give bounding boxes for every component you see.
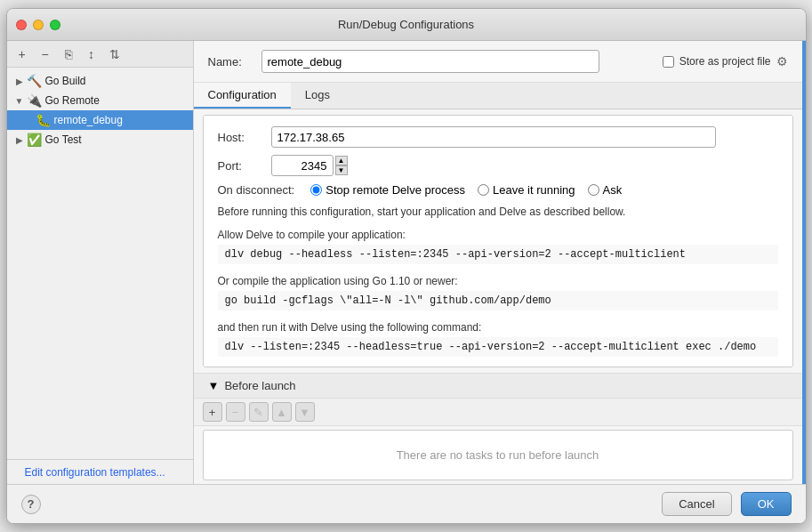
tab-configuration[interactable]: Configuration — [194, 83, 291, 109]
store-project-label: Store as project file — [679, 55, 771, 68]
bl-edit-button[interactable]: ✎ — [249, 402, 269, 422]
close-button[interactable] — [16, 20, 27, 30]
go-build-label: Go Build — [45, 75, 86, 87]
add-config-button[interactable]: + — [12, 44, 32, 64]
tab-logs[interactable]: Logs — [291, 83, 344, 109]
help-button[interactable]: ? — [21, 495, 41, 514]
section3-header: and then run it with Delve using the fol… — [218, 321, 778, 334]
remove-config-button[interactable]: − — [36, 44, 55, 64]
disconnect-ask-option[interactable]: Ask — [588, 183, 623, 197]
name-row: Name: Store as project file ⚙ — [194, 41, 802, 83]
section3-code: dlv --listen=:2345 --headless=true --api… — [218, 337, 778, 357]
config-inner: Host: Port: ▲ ▼ — [204, 116, 792, 367]
before-launch-empty: There are no tasks to run before launch — [203, 430, 793, 480]
disconnect-leave-radio[interactable] — [478, 184, 489, 196]
expand-go-build: ▶ — [12, 77, 27, 86]
sidebar-bottom: Edit configuration templates... — [7, 459, 193, 484]
disconnect-label: On disconnect: — [218, 183, 295, 197]
disconnect-stop-label: Stop remote Delve process — [326, 183, 465, 197]
gear-icon[interactable]: ⚙ — [776, 54, 788, 69]
port-up-button[interactable]: ▲ — [335, 156, 348, 165]
host-input[interactable] — [271, 126, 716, 148]
maximize-button[interactable] — [50, 20, 60, 30]
before-launch-title: Before launch — [224, 379, 295, 392]
config-panel: Host: Port: ▲ ▼ — [203, 115, 793, 367]
code-section-2: Or compile the application using Go 1.10… — [218, 275, 778, 310]
minimize-button[interactable] — [33, 20, 44, 30]
bl-down-button[interactable]: ▼ — [295, 402, 315, 422]
code-section-1: Allow Delve to compile your application:… — [218, 229, 778, 264]
bl-add-button[interactable]: + — [203, 402, 222, 422]
tree-item-go-test[interactable]: ▶ ✅ Go Test — [7, 130, 193, 149]
before-launch-toolbar: + − ✎ ▲ ▼ — [194, 399, 802, 426]
main-panel: Name: Store as project file ⚙ Configurat… — [194, 41, 802, 484]
remote-debug-label: remote_debug — [54, 114, 123, 126]
go-test-icon: ✅ — [27, 133, 42, 147]
window-title: Run/Debug Configurations — [338, 18, 474, 31]
name-input[interactable] — [261, 50, 599, 73]
name-label: Name: — [208, 55, 253, 69]
main-content: + − ⎘ ↕ ⇅ ▶ 🔨 Go Build ▼ 🔌 Go Remote — [7, 41, 806, 484]
sidebar: + − ⎘ ↕ ⇅ ▶ 🔨 Go Build ▼ 🔌 Go Remote — [7, 41, 194, 484]
port-wrap: ▲ ▼ — [271, 155, 348, 176]
go-build-icon: 🔨 — [27, 74, 42, 88]
cancel-button[interactable]: Cancel — [662, 492, 731, 516]
store-project-checkbox[interactable] — [663, 56, 674, 68]
before-launch-section: ▼ Before launch + − ✎ ▲ ▼ There are no t… — [194, 373, 802, 484]
port-row: Port: ▲ ▼ — [218, 155, 778, 176]
title-bar: Run/Debug Configurations — [7, 9, 806, 41]
bl-up-button[interactable]: ▲ — [272, 402, 292, 422]
footer: ? Cancel OK — [7, 484, 806, 523]
sort-config-button[interactable]: ⇅ — [105, 44, 125, 64]
move-config-button[interactable]: ↕ — [82, 44, 101, 64]
remote-debug-icon: 🐛 — [36, 113, 51, 127]
disconnect-ask-label: Ask — [603, 183, 623, 197]
expand-go-test: ▶ — [12, 135, 27, 145]
before-launch-chevron: ▼ — [208, 379, 220, 392]
footer-left: ? — [21, 495, 41, 514]
config-tree: ▶ 🔨 Go Build ▼ 🔌 Go Remote 🐛 remote_debu… — [7, 68, 193, 459]
port-input[interactable] — [271, 155, 334, 176]
info-text: Before running this configuration, start… — [218, 204, 778, 220]
bl-remove-button[interactable]: − — [226, 402, 245, 422]
port-label: Port: — [218, 159, 271, 173]
tab-bar: Configuration Logs — [194, 83, 802, 109]
disconnect-stop-option[interactable]: Stop remote Delve process — [310, 183, 465, 197]
edit-templates-link[interactable]: Edit configuration templates... — [16, 459, 174, 484]
host-label: Host: — [218, 131, 271, 144]
code-section-3: and then run it with Delve using the fol… — [218, 321, 778, 357]
traffic-lights — [16, 20, 60, 30]
disconnect-leave-option[interactable]: Leave it running — [478, 183, 575, 197]
port-spinner: ▲ ▼ — [335, 156, 348, 175]
section2-header: Or compile the application using Go 1.10… — [218, 275, 778, 287]
copy-config-button[interactable]: ⎘ — [59, 44, 78, 64]
disconnect-stop-radio[interactable] — [310, 184, 322, 196]
sidebar-toolbar: + − ⎘ ↕ ⇅ — [7, 41, 193, 68]
store-project-container: Store as project file ⚙ — [663, 54, 788, 69]
section1-header: Allow Delve to compile your application: — [218, 229, 778, 241]
go-remote-label: Go Remote — [45, 94, 100, 107]
section2-code: go build -gcflags \"all=-N -l\" github.c… — [218, 291, 778, 310]
disconnect-ask-radio[interactable] — [588, 184, 599, 196]
before-launch-header[interactable]: ▼ Before launch — [194, 374, 802, 399]
go-remote-icon: 🔌 — [27, 93, 42, 108]
accent-bar — [802, 41, 806, 484]
tree-item-go-build[interactable]: ▶ 🔨 Go Build — [7, 71, 193, 91]
ok-button[interactable]: OK — [741, 492, 792, 516]
footer-right: Cancel OK — [662, 492, 791, 516]
port-down-button[interactable]: ▼ — [335, 165, 348, 175]
disconnect-leave-label: Leave it running — [493, 183, 575, 197]
section1-code: dlv debug --headless --listen=:2345 --ap… — [218, 245, 778, 264]
expand-go-remote: ▼ — [12, 96, 27, 106]
tree-item-go-remote[interactable]: ▼ 🔌 Go Remote — [7, 91, 193, 110]
disconnect-row: On disconnect: Stop remote Delve process… — [218, 183, 778, 197]
run-debug-dialog: Run/Debug Configurations + − ⎘ ↕ ⇅ ▶ 🔨 G… — [6, 8, 807, 524]
go-test-label: Go Test — [45, 133, 82, 146]
tree-item-remote-debug[interactable]: 🐛 remote_debug — [7, 110, 193, 130]
host-row: Host: — [218, 126, 778, 148]
